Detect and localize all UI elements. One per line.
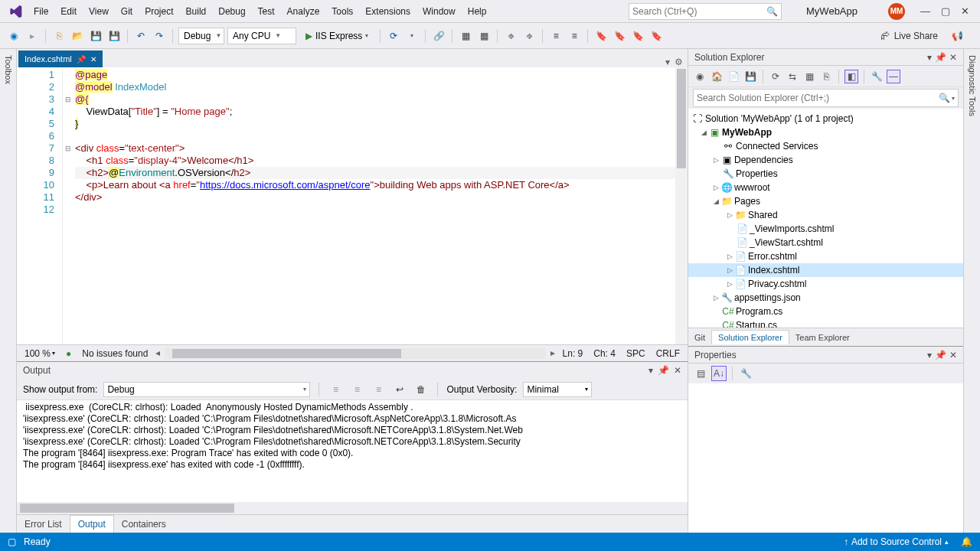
run-button[interactable]: ▶ IIS Express ▾	[299, 28, 374, 44]
menu-build[interactable]: Build	[180, 3, 213, 20]
tb-icon-5[interactable]: ≡	[548, 28, 564, 44]
tabs-dropdown-icon[interactable]: ▾	[665, 57, 670, 67]
se-preview-icon[interactable]: ◧	[844, 70, 858, 83]
browser-link-icon[interactable]: 🔗	[431, 28, 446, 44]
save-icon[interactable]: 💾	[88, 28, 103, 44]
nav-back-icon[interactable]: ◉	[6, 28, 21, 44]
tab-close-icon[interactable]: ✕	[90, 55, 96, 64]
node-appsettings[interactable]: appsettings.json	[734, 292, 801, 303]
verbosity-dropdown[interactable]: Minimal▾	[523, 382, 592, 397]
out-icon-2[interactable]: ≡	[349, 382, 364, 397]
node-props[interactable]: Properties	[736, 168, 778, 179]
se-back-icon[interactable]: ◉	[693, 70, 707, 83]
output-pin-icon[interactable]: 📌	[658, 365, 669, 376]
clear-icon[interactable]: 🗑	[413, 382, 429, 397]
properties-grid[interactable]	[688, 383, 963, 533]
solution-root[interactable]: Solution 'MyWebApp' (1 of 1 project)	[705, 113, 854, 124]
expand-icon[interactable]: ▷	[711, 294, 720, 302]
menu-edit[interactable]: Edit	[54, 3, 83, 20]
menu-window[interactable]: Window	[416, 3, 462, 20]
se-close-icon[interactable]: ✕	[949, 52, 957, 63]
tab-output[interactable]: Output	[70, 515, 114, 533]
tab-team-explorer[interactable]: Team Explorer	[789, 331, 856, 344]
undo-icon[interactable]: ↶	[133, 28, 149, 44]
props-cat-icon[interactable]: ▤	[693, 366, 708, 381]
tb-icon-8[interactable]: 🔖	[630, 28, 645, 44]
tb-icon-1[interactable]: ▦	[458, 28, 473, 44]
se-save-icon[interactable]: 💾	[743, 70, 757, 83]
node-wwwroot[interactable]: wwwroot	[734, 182, 770, 193]
platform-dropdown[interactable]: Any CPU▼	[227, 28, 296, 44]
nav-fwd-icon[interactable]: ▸	[24, 28, 40, 44]
tabs-settings-icon[interactable]: ⚙	[675, 57, 683, 67]
live-share-button[interactable]: ⮳ Live Share 📢	[880, 31, 963, 41]
expand-icon[interactable]: ▷	[725, 253, 734, 260]
se-drop-icon[interactable]: ▾	[927, 52, 932, 63]
tb-icon-2[interactable]: ▦	[476, 28, 492, 44]
node-program[interactable]: Program.cs	[736, 306, 782, 317]
refresh-icon[interactable]: ⟳	[386, 28, 401, 44]
output-hscroll[interactable]	[17, 502, 688, 514]
close-button[interactable]: ✕	[961, 5, 969, 17]
expand-icon[interactable]: ▷	[725, 211, 734, 219]
tb-icon-3[interactable]: ⎆	[503, 28, 518, 44]
diagnostic-tools-tab[interactable]: Diagnostic Tools	[968, 55, 977, 116]
output-drop-icon[interactable]: ▾	[648, 365, 653, 376]
menu-project[interactable]: Project	[139, 3, 179, 20]
props-pin-icon[interactable]: 📌	[935, 350, 946, 360]
tab-error-list[interactable]: Error List	[17, 516, 70, 533]
status-window-icon[interactable]: ▢	[8, 536, 16, 547]
se-sync-icon[interactable]: 📄	[727, 70, 740, 83]
menu-help[interactable]: Help	[462, 3, 493, 20]
se-pin-icon[interactable]: 📌	[935, 52, 946, 63]
node-viewstart[interactable]: _ViewStart.cshtml	[750, 237, 823, 248]
expand-icon[interactable]: ◢	[711, 197, 720, 205]
toolbox-tab[interactable]: Toolbox	[4, 55, 13, 84]
se-wrench-icon[interactable]: 🔧	[870, 70, 884, 83]
indent-mode[interactable]: SPC	[626, 348, 645, 359]
node-viewimports[interactable]: _ViewImports.cshtml	[750, 223, 834, 234]
tab-containers[interactable]: Containers	[114, 516, 174, 533]
editor-tab-index[interactable]: Index.cshtml 📌 ✕	[18, 51, 103, 67]
se-filter-icon[interactable]: —	[887, 70, 900, 83]
minimize-button[interactable]: ―	[920, 5, 930, 17]
output-from-dropdown[interactable]: Debug▾	[103, 382, 310, 397]
source-control-button[interactable]: ↑Add to Source Control▴	[844, 536, 949, 547]
redo-icon[interactable]: ↷	[152, 28, 167, 44]
out-icon-3[interactable]: ≡	[371, 382, 386, 397]
editor-hscroll[interactable]: ◂▸	[165, 348, 545, 359]
expand-icon[interactable]: ▷	[725, 280, 734, 288]
tb-icon-4[interactable]: ⎆	[521, 28, 537, 44]
se-copy-icon[interactable]: ⎘	[819, 70, 833, 83]
node-connected[interactable]: Connected Services	[736, 141, 818, 152]
menu-debug[interactable]: Debug	[212, 3, 251, 20]
code-editor[interactable]: 123456789101112 ⊟⊟ @page @model IndexMod…	[17, 67, 688, 344]
menu-file[interactable]: File	[28, 3, 54, 20]
bookmark-icon[interactable]: 🔖	[593, 28, 609, 44]
props-pages-icon[interactable]: 🔧	[738, 366, 753, 381]
node-error[interactable]: Error.cshtml	[748, 251, 797, 262]
wrap-icon[interactable]: ↩	[392, 382, 407, 397]
menu-analyze[interactable]: Analyze	[281, 3, 326, 20]
feedback-icon[interactable]: 📢	[952, 31, 963, 41]
global-search-input[interactable]	[632, 6, 766, 17]
zoom-dropdown[interactable]: 100 % ▾	[24, 348, 55, 359]
node-index[interactable]: Index.cshtml	[748, 265, 799, 276]
props-close-icon[interactable]: ✕	[949, 350, 957, 360]
out-icon-1[interactable]: ≡	[328, 382, 343, 397]
tb-icon-9[interactable]: 🔖	[648, 28, 664, 44]
solution-search[interactable]: 🔍▾	[693, 89, 959, 107]
code-body[interactable]: @page @model IndexModel @{ ViewData["Tit…	[74, 67, 675, 344]
refresh-drop-icon[interactable]: ▾	[404, 28, 420, 44]
node-startup[interactable]: Startup.cs	[736, 320, 777, 328]
expand-icon[interactable]: ▷	[725, 266, 734, 274]
node-privacy[interactable]: Privacy.cshtml	[748, 279, 806, 289]
tb-icon-6[interactable]: ≡	[567, 28, 582, 44]
pin-icon[interactable]: 📌	[77, 55, 86, 64]
node-shared[interactable]: Shared	[748, 210, 778, 220]
se-collapse-icon[interactable]: ⇆	[786, 70, 799, 83]
menu-view[interactable]: View	[83, 3, 115, 20]
config-dropdown[interactable]: Debug▼	[178, 28, 224, 44]
se-showall-icon[interactable]: ▦	[802, 70, 816, 83]
output-text[interactable]: iisexpress.exe (CoreCLR: clrhost): Loade…	[17, 400, 688, 502]
